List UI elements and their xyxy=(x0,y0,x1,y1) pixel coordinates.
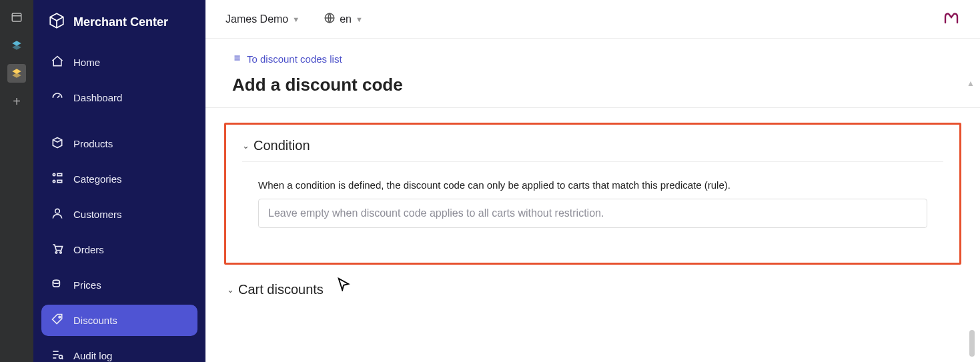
nav-group-2: Products Categories Customers Orders Pri… xyxy=(33,128,205,362)
tag-icon xyxy=(51,313,64,328)
sidebar-item-auditlog[interactable]: Audit log xyxy=(41,340,197,362)
svg-point-8 xyxy=(53,180,55,182)
topbar: James Demo ▼ en ▼ xyxy=(205,0,980,39)
chevron-down-icon: ⌄ xyxy=(227,285,234,295)
breadcrumb-back[interactable]: To discount codes list xyxy=(232,53,342,65)
sidebar-item-label: Orders xyxy=(73,244,104,255)
svg-point-12 xyxy=(55,252,57,254)
globe-icon xyxy=(324,12,336,27)
cart-icon xyxy=(51,242,64,257)
person-icon xyxy=(51,207,64,222)
nav-group-1: Home Dashboard xyxy=(33,47,205,113)
sidebar-item-label: Dashboard xyxy=(73,92,122,103)
sidebar-item-orders[interactable]: Orders xyxy=(41,234,197,265)
section-title: Condition xyxy=(254,138,310,153)
brand-icon xyxy=(48,12,65,32)
svg-line-6 xyxy=(57,95,59,97)
locale-switcher[interactable]: en ▼ xyxy=(324,12,363,27)
gauge-icon xyxy=(51,90,64,105)
svg-point-13 xyxy=(60,252,62,254)
locale-label: en xyxy=(340,13,352,25)
scrollbar-thumb[interactable] xyxy=(969,330,975,357)
categories-icon xyxy=(51,171,64,187)
condition-panel: ⌄ Condition When a condition is defined,… xyxy=(224,123,961,265)
sidebar-item-label: Audit log xyxy=(73,350,112,361)
svg-point-14 xyxy=(53,280,59,283)
sidebar-item-products[interactable]: Products xyxy=(41,128,197,159)
brand-label: Merchant Center xyxy=(73,15,168,29)
cart-discounts-section-toggle[interactable]: ⌄ Cart discounts xyxy=(227,282,961,297)
svg-marker-3 xyxy=(12,45,21,50)
sidebar: Merchant Center Home Dashboard Products … xyxy=(33,0,205,362)
page-title: Add a discount code xyxy=(232,75,953,95)
content: To discount codes list Add a discount co… xyxy=(205,39,980,362)
sidebar-item-label: Categories xyxy=(73,173,122,185)
rail-item-add[interactable]: + xyxy=(7,92,26,111)
condition-section-toggle[interactable]: ⌄ Condition xyxy=(242,138,943,162)
sidebar-item-label: Products xyxy=(73,138,113,149)
list-icon xyxy=(232,53,241,65)
sidebar-item-prices[interactable]: Prices xyxy=(41,269,197,301)
rail-item-layers-active[interactable] xyxy=(7,64,26,83)
rail-item-layers[interactable] xyxy=(7,36,26,55)
svg-marker-5 xyxy=(12,73,21,78)
form-body: ⌄ Condition When a condition is defined,… xyxy=(205,108,980,301)
svg-point-7 xyxy=(53,173,55,175)
svg-rect-10 xyxy=(57,180,62,182)
home-icon xyxy=(51,55,64,70)
project-switcher[interactable]: James Demo ▼ xyxy=(225,13,300,25)
chevron-down-icon: ⌄ xyxy=(242,141,250,151)
sidebar-item-label: Discounts xyxy=(73,315,117,326)
svg-rect-9 xyxy=(57,173,62,175)
page-header: To discount codes list Add a discount co… xyxy=(205,39,980,108)
sidebar-item-label: Customers xyxy=(73,209,122,220)
svg-point-15 xyxy=(59,316,61,318)
condition-input[interactable] xyxy=(258,199,927,228)
sidebar-item-dashboard[interactable]: Dashboard xyxy=(41,82,197,113)
project-name: James Demo xyxy=(225,13,288,25)
sidebar-item-customers[interactable]: Customers xyxy=(41,199,197,230)
app-rail: + xyxy=(0,0,33,362)
section-title: Cart discounts xyxy=(238,282,324,297)
brand[interactable]: Merchant Center xyxy=(33,12,205,47)
sidebar-item-home[interactable]: Home xyxy=(41,47,197,78)
rail-item-window[interactable] xyxy=(7,8,26,27)
svg-rect-0 xyxy=(12,13,21,21)
chevron-down-icon: ▼ xyxy=(292,15,300,23)
sidebar-item-categories[interactable]: Categories xyxy=(41,163,197,195)
sidebar-item-label: Prices xyxy=(73,279,101,291)
brand-mark xyxy=(943,11,960,28)
scroll-hint: ▲ xyxy=(967,79,975,88)
svg-line-20 xyxy=(62,358,63,359)
chevron-down-icon: ▼ xyxy=(356,15,363,23)
condition-help: When a condition is defined, the discoun… xyxy=(258,179,943,191)
box-icon xyxy=(51,136,64,151)
breadcrumb-label: To discount codes list xyxy=(247,53,342,65)
sidebar-item-discounts[interactable]: Discounts xyxy=(41,305,197,336)
sidebar-item-label: Home xyxy=(73,57,100,68)
coins-icon xyxy=(51,277,64,293)
list-search-icon xyxy=(51,348,64,362)
svg-point-11 xyxy=(55,209,60,213)
